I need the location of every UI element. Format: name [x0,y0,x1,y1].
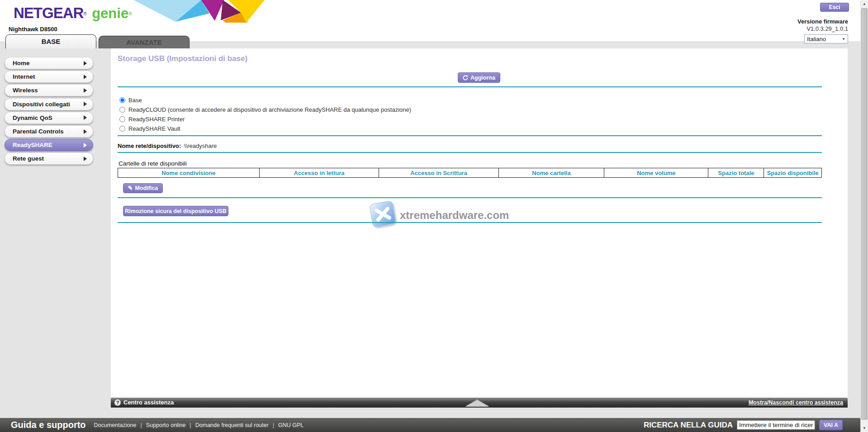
firmware-label: Versione firmware [797,18,848,25]
vertical-scrollbar[interactable]: ▲ ▼ [860,0,868,432]
chevron-right-icon [84,129,87,134]
netgear-genie-window: NETGEAR® genie® Nighthawk D8500 Esci Ver… [0,0,868,432]
sidebar-item-label: Wireless [13,87,38,94]
usb-mode-options: BaseReadyCLOUD (consente di accedere al … [119,95,411,133]
page-title: Storage USB (Impostazioni di base) [118,54,247,63]
chevron-right-icon [84,88,87,93]
footer-bar: Guida e supporto Documentazione|Supporto… [0,418,868,432]
footer-link-supporto-online[interactable]: Supporto online [146,422,186,428]
sidebar-item-dynamic-qos[interactable]: Dynamic QoS [5,112,93,124]
footer-link-gnu-gpl[interactable]: GNU GPL [278,422,304,428]
radio-button[interactable] [119,97,125,103]
radio-button[interactable] [119,126,125,132]
netgear-genie-logo: NETGEAR® genie® [14,5,132,22]
help-support-title: Guida e supporto [11,420,86,430]
chevron-right-icon [84,61,87,66]
registered-mark: ® [83,11,86,16]
network-name-label: Nome rete/dispositivo: [118,142,181,149]
column-header-nome-cartella: Nome cartella [498,168,604,178]
sidebar-item-label: Parental Controls [13,128,64,135]
chevron-down-icon: ▼ [842,37,845,41]
sidebar-item-wireless[interactable]: Wireless [5,84,93,96]
footer-link-documentazione[interactable]: Documentazione [94,422,137,428]
sidebar-item-label: Dynamic QoS [13,114,52,121]
chevron-right-icon [84,75,87,79]
radio-button[interactable] [119,116,125,122]
tab-avanzate[interactable]: AVANZATE [99,36,190,48]
edit-button-label: Modifica [135,185,158,191]
table-header-row: Nome condivisioneAccesso in letturaAcces… [118,168,822,178]
sidebar-item-rete-guest[interactable]: Rete guest [5,152,93,165]
safe-remove-usb-button[interactable]: Rimozione sicura del dispositivo USB [123,206,228,216]
network-folders-table: Nome condivisioneAccesso in letturaAcces… [118,168,822,178]
sidebar-item-internet[interactable]: Internet [5,71,93,83]
folders-label: Cartelle di rete disponibili [119,160,187,167]
radio-label: ReadyCLOUD (consente di accedere al disp… [128,106,411,113]
link-separator: | [273,422,274,428]
help-center-label: Centro assistenza [123,399,174,406]
usb-mode-option-readycloud-consente[interactable]: ReadyCLOUD (consente di accedere al disp… [119,105,411,114]
sidebar-item-label: Rete guest [13,155,44,162]
usb-mode-option-readyshare-vault[interactable]: ReadySHARE Vault [119,124,411,133]
column-header-nome-condivisione: Nome condivisione [118,168,260,178]
footer-links: Documentazione|Supporto online|Domande f… [94,422,304,428]
sidebar-item-dispositivi-collegati[interactable]: Dispositivi collegati [5,98,93,110]
footer-link-domande-frequenti-sul-router[interactable]: Domande frequenti sul router [195,422,269,428]
link-separator: | [140,422,142,428]
genie-wordmark: genie [92,5,128,21]
column-header-accesso-in-lettura: Accesso in lettura [259,168,379,178]
help-search-input[interactable] [737,420,815,430]
radio-label: ReadySHARE Vault [128,125,180,132]
question-mark-icon: ? [114,399,121,406]
watermark-text: xtremehardware.com [400,209,509,222]
chevron-right-icon [84,143,87,147]
divider [118,135,822,136]
scroll-down-arrow-icon[interactable]: ▼ [861,424,868,432]
chevron-right-icon [84,115,87,120]
column-header-accesso-in-scrittura: Accesso in Scrittura [379,168,499,178]
divider [118,152,822,153]
registered-mark: ® [128,11,132,16]
column-header-spazio-disponibile: Spazio disponibile [764,168,822,178]
language-select[interactable]: Italiano ▼ [804,34,848,43]
collapse-arrow-icon[interactable] [465,400,489,407]
radio-label: ReadySHARE Printer [128,116,185,123]
divider [118,86,822,87]
chevron-right-icon [84,102,87,106]
radio-label: Base [128,97,142,104]
tab-base[interactable]: BASE [5,34,96,48]
show-hide-help-link[interactable]: Mostra/Nascondi centro assistenza [749,399,843,406]
column-header-spazio-totale: Spazio totale [708,168,764,178]
sidebar-item-label: Home [13,60,30,66]
edit-button[interactable]: ✎ Modifica [123,183,163,193]
scrollbar-thumb[interactable] [861,8,868,420]
radio-button[interactable] [119,107,125,113]
usb-mode-option-base-[interactable]: Base [119,95,411,105]
sidebar-item-parental-controls[interactable]: Parental Controls [5,125,93,138]
column-header-nome-volume: Nome volume [604,168,708,178]
sidebar-item-readyshare[interactable]: ReadySHARE [5,139,93,151]
divider [118,222,822,223]
help-center-bar: ? Centro assistenza Mostra/Nascondi cent… [111,398,848,408]
help-search-label: RICERCA NELLA GUIDA [644,421,733,430]
refresh-button[interactable]: Aggiorna [458,72,500,83]
sidebar-item-label: Internet [13,73,35,80]
logout-button[interactable]: Esci [820,3,849,12]
scroll-up-arrow-icon[interactable]: ▲ [861,0,868,8]
sidebar-item-home[interactable]: Home [5,57,93,69]
netgear-wordmark: NETGEAR [14,5,83,21]
device-name: Nighthawk D8500 [9,26,57,33]
help-center-left: ? Centro assistenza [114,399,174,406]
language-value: Italiano [807,36,826,43]
network-name-value: \\readyshare [184,142,217,149]
refresh-icon [463,75,468,81]
link-separator: | [190,422,191,428]
divider [118,197,822,198]
usb-mode-option-readyshare-printer[interactable]: ReadySHARE Printer [119,114,411,124]
refresh-button-label: Aggiorna [470,75,495,81]
sidebar-item-label: ReadySHARE [13,142,52,148]
sidebar-item-label: Dispositivi collegati [13,101,70,108]
chevron-right-icon [84,157,87,161]
search-go-button[interactable]: VAI A [819,420,843,430]
xtremehardware-x-icon [369,200,396,228]
